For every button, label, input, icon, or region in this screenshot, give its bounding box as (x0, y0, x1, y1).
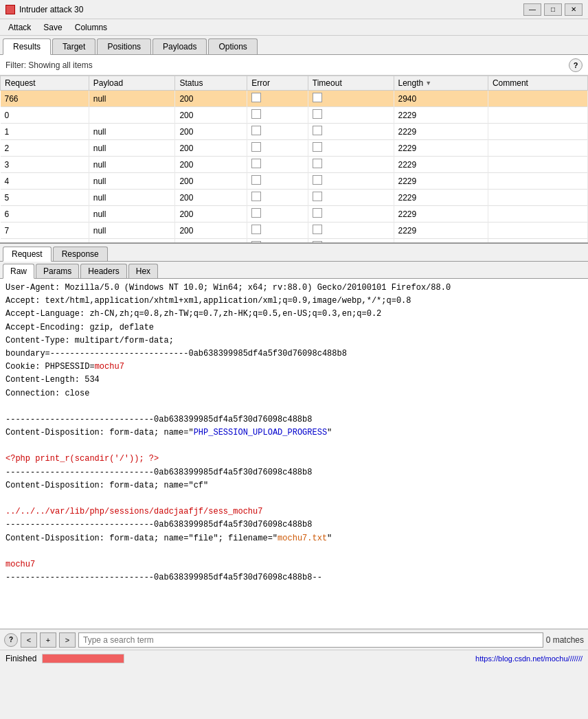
content-line: ------------------------------0ab6383999… (5, 571, 583, 584)
error-checkbox[interactable] (251, 142, 261, 152)
tab-positions[interactable]: Positions (97, 38, 151, 54)
content-line: ------------------------------0ab6383999… (5, 466, 583, 479)
table-row[interactable]: 1null2002229 (1, 124, 588, 140)
table-row[interactable]: 766null2002940 (1, 91, 588, 107)
progress-bar (43, 654, 124, 663)
error-checkbox[interactable] (251, 192, 261, 201)
timeout-checkbox[interactable] (313, 241, 322, 244)
inner-tabs: Raw Params Headers Hex (0, 262, 588, 279)
content-line: Content-Disposition: form-data; name="fi… (5, 532, 583, 545)
minimize-button[interactable]: — (523, 3, 541, 16)
content-line: Cookie: PHPSESSID=mochu7 (5, 361, 583, 374)
menu-save[interactable]: Save (38, 21, 67, 34)
timeout-checkbox[interactable] (313, 208, 322, 218)
menubar: Attack Save Columns (0, 19, 588, 36)
content-line: ../../../var/lib/php/sessions/dadcjaafjf… (5, 505, 583, 518)
request-content: User-Agent: Mozilla/5.0 (Windows NT 10.0… (0, 279, 588, 629)
innertab-hex[interactable]: Hex (128, 264, 158, 278)
error-checkbox[interactable] (251, 208, 261, 218)
matches-text: 0 matches (546, 635, 584, 645)
menu-columns[interactable]: Columns (69, 21, 113, 34)
titlebar-controls: — □ ✕ (523, 3, 583, 16)
col-timeout[interactable]: Timeout (308, 76, 394, 91)
content-line: Accept-Language: zh-CN,zh;q=0.8,zh-TW;q=… (5, 308, 583, 321)
content-line: boundary=----------------------------0ab… (5, 347, 583, 361)
status-text: Finished (5, 654, 36, 663)
timeout-checkbox[interactable] (313, 142, 322, 152)
tab-results[interactable]: Results (3, 38, 51, 55)
table-row[interactable]: 3null2002229 (1, 157, 588, 173)
error-checkbox[interactable] (251, 241, 261, 244)
maximize-button[interactable]: □ (544, 3, 562, 16)
titlebar: Intruder attack 30 — □ ✕ (0, 0, 588, 19)
table-row[interactable]: 4null2002229 (1, 173, 588, 190)
table-header-row: Request Payload Status Error Timeout Len… (1, 76, 588, 91)
window-title: Intruder attack 30 (19, 5, 83, 14)
col-comment[interactable]: Comment (488, 76, 587, 91)
timeout-checkbox[interactable] (313, 225, 322, 234)
error-checkbox[interactable] (251, 175, 261, 185)
content-line: <?php print_r(scandir('/')); ?> (5, 453, 583, 466)
menu-attack[interactable]: Attack (3, 21, 36, 34)
content-line: Content-Length: 534 (5, 374, 583, 387)
timeout-checkbox[interactable] (313, 126, 322, 135)
tab-target[interactable]: Target (52, 38, 95, 54)
progress-bar-container (42, 654, 124, 663)
content-line (5, 400, 583, 413)
tab-options[interactable]: Options (208, 38, 257, 54)
content-line: Content-Disposition: form-data; name="cf… (5, 479, 583, 492)
content-line: mochu7 (5, 558, 583, 571)
help-button[interactable]: ? (569, 58, 583, 72)
table-body: 766null2002940020022291null20022292null2… (1, 91, 588, 244)
content-line (5, 545, 583, 558)
error-checkbox[interactable] (251, 159, 261, 168)
nav-next-button[interactable]: > (59, 632, 76, 648)
col-status[interactable]: Status (175, 76, 247, 91)
error-checkbox[interactable] (251, 109, 261, 119)
timeout-checkbox[interactable] (313, 192, 322, 201)
innertab-params[interactable]: Params (36, 264, 79, 278)
nav-plus-button[interactable]: + (40, 632, 56, 648)
close-button[interactable]: ✕ (565, 3, 583, 16)
subtab-request[interactable]: Request (3, 247, 52, 262)
tab-payloads[interactable]: Payloads (152, 38, 207, 54)
timeout-checkbox[interactable] (313, 93, 322, 102)
content-line: Connection: close (5, 387, 583, 400)
col-error[interactable]: Error (247, 76, 308, 91)
bottom-bar: ? < + > 0 matches (0, 629, 588, 650)
titlebar-left: Intruder attack 30 (5, 5, 83, 14)
filter-bar: Filter: Showing all items ? (0, 55, 588, 76)
table-row[interactable]: 7null2002229 (1, 222, 588, 239)
subtab-response[interactable]: Response (53, 247, 108, 261)
content-line: User-Agent: Mozilla/5.0 (Windows NT 10.0… (5, 282, 583, 295)
bottom-help-button[interactable]: ? (4, 633, 18, 647)
filter-text: Filter: Showing all items (5, 60, 93, 70)
table-row[interactable]: 6null2002229 (1, 206, 588, 222)
timeout-checkbox[interactable] (313, 175, 322, 185)
search-input[interactable] (78, 632, 543, 648)
table-row[interactable]: 5null2002229 (1, 190, 588, 206)
error-checkbox[interactable] (251, 126, 261, 135)
content-line: ------------------------------0ab6383999… (5, 413, 583, 426)
results-table: Request Payload Status Error Timeout Len… (0, 76, 588, 244)
content-line (5, 440, 583, 453)
error-checkbox[interactable] (251, 93, 261, 102)
content-line: Accept-Encoding: gzip, deflate (5, 321, 583, 334)
innertab-headers[interactable]: Headers (80, 264, 126, 278)
col-request[interactable]: Request (1, 76, 89, 91)
table-row[interactable]: 8null2002229 (1, 239, 588, 244)
timeout-checkbox[interactable] (313, 109, 322, 119)
timeout-checkbox[interactable] (313, 159, 322, 168)
status-bar: Finished https://blog.csdn.net/mochu////… (0, 650, 588, 666)
error-checkbox[interactable] (251, 225, 261, 234)
results-table-container: Request Payload Status Error Timeout Len… (0, 76, 588, 244)
innertab-raw[interactable]: Raw (3, 264, 34, 279)
content-line: Content-Type: multipart/form-data; (5, 334, 583, 347)
col-length[interactable]: Length ▼ (394, 76, 488, 91)
table-row[interactable]: 2null2002229 (1, 140, 588, 157)
content-line: Accept: text/html,application/xhtml+xml,… (5, 295, 583, 308)
col-payload[interactable]: Payload (89, 76, 175, 91)
table-row[interactable]: 02002229 (1, 107, 588, 124)
nav-prev-button[interactable]: < (21, 632, 37, 648)
content-line: ------------------------------0ab6383999… (5, 518, 583, 532)
